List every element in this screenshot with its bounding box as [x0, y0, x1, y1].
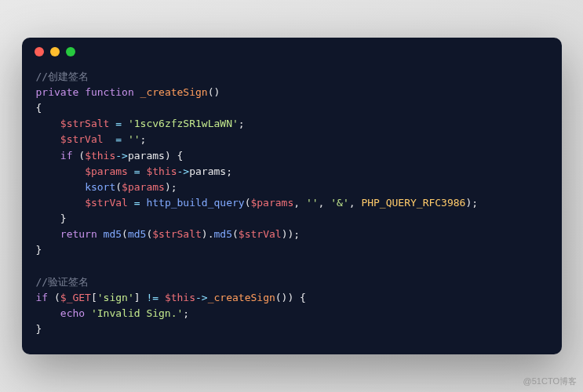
punctuation: ; [140, 133, 147, 145]
punctuation: ( [48, 292, 60, 303]
constant: PHP_QUERY_RFC3986 [361, 197, 465, 209]
function-call: md5 [104, 228, 122, 240]
punctuation: () [208, 86, 220, 98]
function-call: md5 [128, 228, 146, 240]
keyword: if [60, 150, 73, 162]
variable: $this [146, 165, 177, 177]
punctuation: ; [183, 307, 189, 319]
window-titlebar [22, 38, 562, 66]
operator: -> [115, 150, 128, 162]
keyword: return [60, 228, 97, 240]
operator: = [104, 133, 128, 145]
property: params [189, 165, 226, 177]
comment: //验证签名 [36, 276, 89, 288]
code-block: //创建签名 private function _createSign() { … [22, 66, 562, 354]
punctuation: , [319, 197, 331, 209]
function-name: _createSign [140, 86, 208, 98]
property: params [128, 150, 165, 162]
punctuation: ); [165, 181, 177, 193]
punctuation: )); [282, 228, 300, 240]
comment: //创建签名 [36, 71, 89, 82]
function-name: _createSign [208, 292, 275, 303]
variable: $_GET [60, 292, 91, 303]
punctuation: ( [115, 181, 122, 193]
punctuation: ( [122, 228, 128, 240]
function-call: md5 [214, 228, 232, 240]
string: '&' [330, 197, 348, 209]
maximize-icon[interactable] [66, 47, 75, 56]
variable: $params [122, 181, 165, 193]
brace: } [36, 244, 42, 256]
string: '' [306, 197, 319, 209]
watermark: @51CTO博客 [523, 376, 577, 387]
punctuation: ; [239, 118, 245, 129]
punctuation: , [293, 197, 306, 209]
string: '' [128, 133, 140, 145]
brace: } [36, 212, 67, 224]
keyword: if [36, 292, 49, 303]
variable: $params [85, 165, 128, 177]
punctuation: ] [134, 292, 140, 303]
punctuation: ); [465, 197, 478, 209]
punctuation: ( [232, 228, 239, 240]
brace: } [36, 323, 42, 335]
space [97, 228, 104, 240]
punctuation: ; [226, 165, 232, 177]
minimize-icon[interactable] [50, 47, 60, 56]
keyword: function [85, 86, 134, 98]
close-icon[interactable] [35, 47, 44, 56]
variable: $strVal [239, 228, 282, 240]
string: '1scv6zfzSR1wLaWN' [128, 118, 239, 129]
punctuation: , [349, 197, 362, 209]
code-window: //创建签名 private function _createSign() { … [22, 38, 562, 354]
punctuation: ) { [165, 150, 183, 162]
variable: $this [165, 292, 195, 303]
variable: $strVal [60, 133, 104, 145]
function-call: ksort [85, 181, 115, 193]
variable: $this [85, 150, 115, 162]
variable: $strSalt [152, 228, 202, 240]
string: 'sign' [97, 292, 134, 303]
keyword: echo [60, 307, 85, 319]
string: 'Invalid Sign.' [91, 307, 183, 319]
operator: = [128, 197, 146, 209]
variable: $strSalt [60, 118, 110, 129]
operator: != [140, 292, 165, 303]
operator: -> [195, 292, 208, 303]
operator: = [128, 165, 146, 177]
variable: $params [250, 197, 293, 209]
punctuation: ). [202, 228, 214, 240]
keyword: private [36, 86, 79, 98]
space [85, 307, 91, 319]
operator: -> [177, 165, 190, 177]
brace: { [36, 102, 42, 114]
punctuation: [ [91, 292, 97, 303]
variable: $strVal [85, 197, 128, 209]
operator: = [109, 118, 127, 129]
punctuation: ( [72, 150, 85, 162]
punctuation: ()) { [275, 292, 306, 303]
function-call: http_build_query [146, 197, 244, 209]
